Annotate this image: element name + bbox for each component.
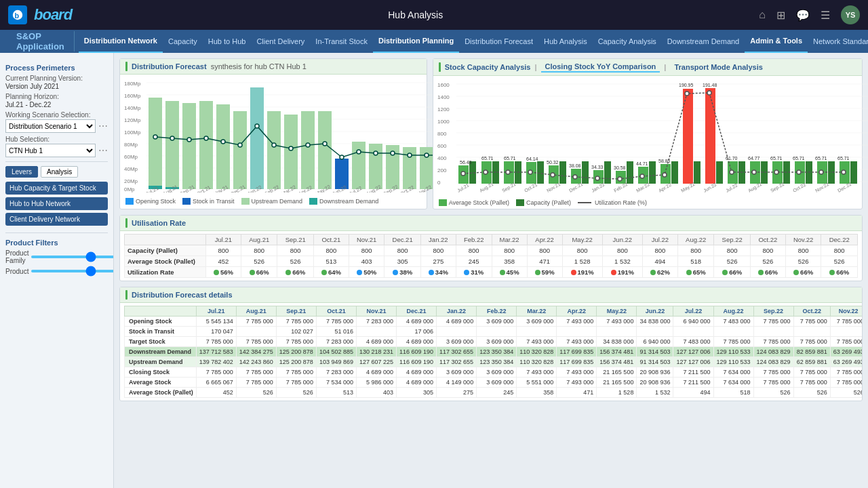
client-delivery-btn[interactable]: Client Delivery Network bbox=[5, 213, 108, 226]
legend-avg-stock-icon bbox=[439, 199, 447, 206]
det-row-downstream: Downstream Demand 137 712 583142 384 275… bbox=[125, 347, 863, 357]
svg-text:38.08: 38.08 bbox=[569, 163, 581, 168]
hub-to-hub-btn[interactable]: Hub to Hub Network bbox=[5, 197, 108, 210]
det-col-feb22: Feb.22 bbox=[477, 306, 517, 317]
capacity-legend: Average Stock (Pallet) Capacity (Pallet)… bbox=[433, 198, 862, 209]
util-row-capacity: Capacity (Pallet) 800 800 800 800 800 80… bbox=[125, 245, 858, 256]
scenario-select[interactable]: Distribution Scenario 1 bbox=[5, 119, 96, 133]
nav-client-delivery[interactable]: Client Delivery bbox=[251, 30, 310, 53]
legend-transit-label: Stock in Transit bbox=[193, 198, 235, 205]
util-rate-sep21: 66% bbox=[277, 267, 313, 278]
nav-network-standards[interactable]: Network Standards bbox=[808, 30, 868, 53]
util-rate-sep22: 66% bbox=[714, 267, 750, 278]
cap-tab-closing[interactable]: Closing Stock YoY Comparison bbox=[541, 62, 660, 73]
cap-tab-transport[interactable]: Transport Mode Analysis bbox=[670, 62, 766, 72]
hub-more-icon[interactable]: ⋯ bbox=[98, 145, 108, 156]
nav-hub-analysis[interactable]: Hub Analysis bbox=[538, 30, 593, 53]
util-avg-jan22: 275 bbox=[420, 256, 456, 267]
svg-rect-126 bbox=[649, 161, 656, 184]
svg-text:65.71: 65.71 bbox=[837, 156, 850, 161]
util-rate-jul21: 56% bbox=[206, 267, 241, 278]
util-rate-aug21: 66% bbox=[241, 267, 277, 278]
util-avg-may22: 1 528 bbox=[562, 256, 602, 267]
forecast-title: Distribution Forecast bbox=[132, 62, 207, 70]
levers-btn[interactable]: Levers bbox=[5, 166, 38, 178]
nav-hub-to-hub[interactable]: Hub to Hub bbox=[203, 30, 252, 53]
forecast-svg: 180Mp 160Mp 140Mp 120Mp 100Mp 80Mp 60Mp … bbox=[123, 77, 455, 192]
nav-in-transit[interactable]: In-Transit Stock bbox=[310, 30, 373, 53]
svg-rect-117 bbox=[582, 161, 589, 184]
util-avg-apr22: 471 bbox=[527, 256, 562, 267]
analysis-btn[interactable]: Analysis bbox=[41, 166, 78, 178]
dot-sep22 bbox=[722, 270, 728, 275]
home-icon[interactable]: ⌂ bbox=[759, 9, 766, 21]
legend-opening-stock-label: Opening Stock bbox=[136, 198, 176, 205]
util-avg-aug22: 518 bbox=[677, 256, 713, 267]
util-capacity-label: Capacity (Pallet) bbox=[125, 245, 206, 256]
svg-point-46 bbox=[221, 140, 225, 144]
svg-rect-132 bbox=[694, 161, 701, 184]
nav-capacity[interactable]: Capacity bbox=[163, 30, 203, 53]
nav-dist-forecast[interactable]: Distribution Forecast bbox=[459, 30, 538, 53]
util-rate-apr22: 59% bbox=[527, 267, 562, 278]
svg-text:30.58: 30.58 bbox=[614, 165, 626, 170]
det-opening-label: Opening Stock bbox=[125, 317, 197, 327]
det-row-opening: Opening Stock 5 545 1347 785 0007 785 00… bbox=[125, 317, 863, 327]
det-row-avg-stock: Average Stock 6 665 0677 785 0007 785 00… bbox=[125, 378, 863, 388]
menu-icon[interactable]: ☰ bbox=[821, 9, 830, 22]
det-col-apr22: Apr.22 bbox=[557, 306, 597, 317]
svg-point-55 bbox=[374, 151, 378, 155]
det-transit-label: Stock in Transit bbox=[125, 327, 197, 337]
svg-rect-153 bbox=[850, 161, 857, 184]
product-filters-title: Product Filters bbox=[5, 239, 108, 247]
util-capacity-oct21: 800 bbox=[313, 245, 349, 256]
util-header-row: Jul.21 Aug.21 Sep.21 Oct.21 Nov.21 Dec.2… bbox=[125, 235, 858, 245]
product-slider[interactable] bbox=[31, 270, 114, 272]
avatar[interactable]: YS bbox=[841, 5, 860, 24]
chat-icon[interactable]: 💬 bbox=[796, 9, 810, 22]
product-family-slider[interactable] bbox=[31, 256, 114, 258]
dot-jul21 bbox=[214, 270, 219, 275]
util-capacity-jul21: 800 bbox=[206, 245, 241, 256]
util-rate-aug22: 65% bbox=[677, 267, 713, 278]
util-capacity-jan22: 800 bbox=[420, 245, 456, 256]
svg-point-162 bbox=[618, 177, 622, 181]
util-col-jul21: Jul.21 bbox=[206, 235, 241, 245]
topbar-icons: ⌂ ⊞ 💬 ☰ YS bbox=[759, 5, 860, 24]
process-perimeters-title: Process Perimeters bbox=[5, 64, 108, 72]
dot-dec21 bbox=[393, 270, 398, 275]
util-avg-nov21: 403 bbox=[349, 256, 384, 267]
util-rate-label: Utilization Rate bbox=[125, 267, 206, 278]
util-capacity-apr22: 800 bbox=[527, 245, 562, 256]
dot-jul22 bbox=[650, 270, 656, 275]
svg-point-57 bbox=[408, 153, 412, 157]
nav-capacity-analysis[interactable]: Capacity Analysis bbox=[593, 30, 662, 53]
nav-downstream-demand[interactable]: Downstream Demand bbox=[662, 30, 745, 53]
grid-icon[interactable]: ⊞ bbox=[776, 9, 785, 22]
hub-select[interactable]: CTN Hub 1 bbox=[5, 144, 96, 157]
util-col-jul22: Jul.22 bbox=[642, 235, 677, 245]
svg-text:50.32: 50.32 bbox=[547, 160, 559, 165]
util-col-sep21: Sep.21 bbox=[277, 235, 313, 245]
det-col-aug22: Aug.22 bbox=[713, 306, 753, 317]
hub-capacity-btn[interactable]: Hub Capacity & Target Stock bbox=[5, 182, 108, 195]
scenario-more-icon[interactable]: ⋯ bbox=[98, 121, 108, 131]
det-col-sep22: Sep.22 bbox=[753, 306, 793, 317]
nav-admin-tools[interactable]: Admin & Tools bbox=[745, 30, 808, 53]
svg-point-172 bbox=[842, 170, 846, 174]
det-row-transit: Stock in Transit 170 047102 02751 01617 … bbox=[125, 327, 863, 337]
nav-distribution-network[interactable]: Distribution Network bbox=[79, 30, 163, 53]
util-rate-dec22: 66% bbox=[821, 267, 858, 278]
util-col-mar22: Mar.22 bbox=[492, 235, 527, 245]
legend-avg-stock-label: Average Stock (Pallet) bbox=[449, 199, 509, 206]
hub-row: CTN Hub 1 ⋯ bbox=[5, 144, 108, 157]
dot-jan22 bbox=[429, 270, 434, 275]
svg-text:65.71: 65.71 bbox=[481, 156, 494, 161]
legend-upstream-icon bbox=[241, 198, 250, 205]
svg-text:1200: 1200 bbox=[437, 106, 450, 113]
svg-rect-26 bbox=[182, 103, 196, 189]
det-col-jun22: Jun.22 bbox=[637, 306, 673, 317]
util-capacity-oct22: 800 bbox=[750, 245, 785, 256]
nav-distribution-planning[interactable]: Distribution Planning bbox=[373, 30, 459, 53]
svg-rect-111 bbox=[537, 161, 544, 184]
